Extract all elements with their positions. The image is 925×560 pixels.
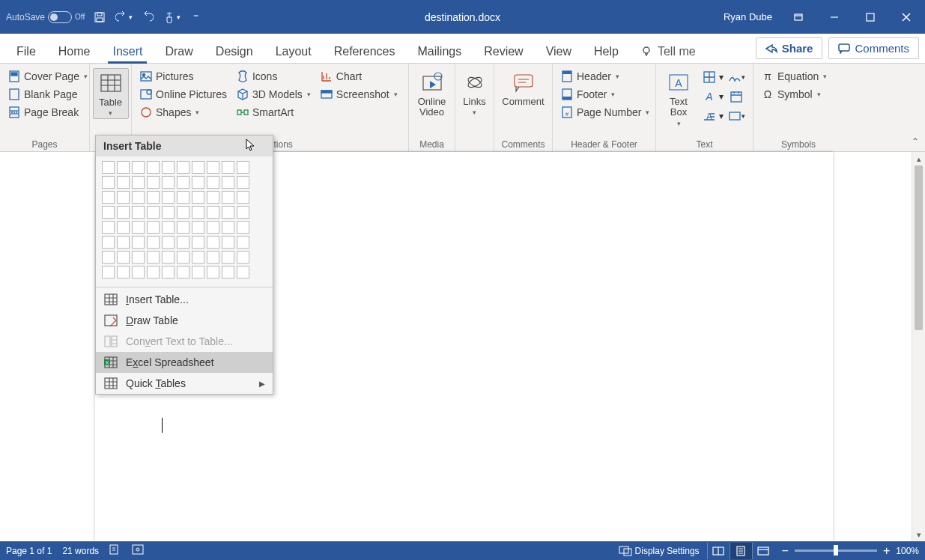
tab-mailings[interactable]: Mailings (407, 40, 473, 63)
read-mode-button[interactable] (707, 543, 730, 559)
zoom-level[interactable]: 100% (896, 546, 919, 556)
page-number-button[interactable]: #Page Number▾ (557, 104, 652, 121)
shapes-button[interactable]: Shapes▾ (136, 104, 230, 121)
convert-text-icon (103, 335, 118, 348)
group-label-symbols: Symbols (758, 138, 839, 151)
ribbon-display-button[interactable] (783, 6, 814, 28)
scroll-up-icon[interactable]: ▴ (912, 152, 925, 165)
footer-icon (560, 88, 574, 101)
scroll-down-icon[interactable]: ▾ (912, 528, 925, 541)
autosave-toggle[interactable]: AutoSave Off (6, 11, 85, 23)
drop-cap-button[interactable]: A (700, 107, 719, 125)
equation-button[interactable]: πEquation▾ (758, 68, 830, 85)
svg-rect-50 (110, 545, 118, 554)
table-dropdown: Insert Table Insert Table... Draw Table … (95, 135, 273, 395)
tab-design[interactable]: Design (205, 40, 264, 63)
online-video-button[interactable]: OnlineVideo (414, 68, 450, 120)
cover-page-button[interactable]: Cover Page▾ (4, 68, 91, 85)
svg-rect-43 (105, 315, 117, 326)
close-button[interactable] (891, 6, 922, 28)
table-button[interactable]: Table ▾ (93, 68, 129, 119)
tab-insert[interactable]: Insert (102, 40, 153, 63)
document-title: destination.docx (425, 11, 500, 23)
word-count[interactable]: 21 words (62, 546, 99, 556)
svg-point-5 (643, 47, 649, 53)
svg-rect-38 (731, 92, 741, 102)
object-button[interactable]: ▾ (727, 107, 746, 125)
menu-insert-table[interactable]: Insert Table... (96, 289, 273, 310)
links-button[interactable]: Links ▾ (460, 68, 489, 118)
comments-label: Comments (855, 42, 909, 55)
equation-icon: π (761, 70, 774, 83)
zoom-slider[interactable] (795, 550, 877, 552)
svg-rect-30 (562, 97, 571, 100)
header-button[interactable]: Header▾ (557, 68, 652, 85)
redo-button[interactable] (139, 8, 157, 26)
tab-references[interactable]: References (324, 40, 406, 63)
icons-button[interactable]: Icons (233, 68, 314, 85)
chart-button[interactable]: Chart (317, 68, 401, 85)
minimize-button[interactable] (819, 6, 850, 28)
maximize-button[interactable] (855, 6, 886, 28)
3d-models-icon (236, 88, 249, 101)
menu-excel-spreadsheet[interactable]: X Excel Spreadsheet (96, 352, 273, 373)
tab-file[interactable]: File (6, 40, 46, 63)
collapse-ribbon-button[interactable]: ⌃ (912, 136, 919, 147)
tab-home[interactable]: Home (48, 40, 101, 63)
footer-button[interactable]: Footer▾ (557, 86, 652, 103)
text-box-icon: A (666, 70, 691, 95)
tab-view[interactable]: View (536, 40, 582, 63)
undo-button[interactable]: ▾ (115, 8, 133, 26)
blank-page-button[interactable]: Blank Page (4, 86, 91, 103)
web-layout-button[interactable] (752, 543, 774, 559)
symbol-icon: Ω (761, 88, 774, 101)
date-time-button[interactable] (727, 88, 746, 106)
save-icon[interactable] (91, 8, 109, 26)
share-label: Share (782, 42, 813, 55)
user-name[interactable]: Ryan Dube (724, 11, 772, 22)
tell-me-search[interactable]: Tell me (631, 40, 706, 63)
share-button[interactable]: Share (756, 37, 823, 59)
zoom-in-button[interactable]: + (883, 544, 890, 558)
display-settings-button[interactable]: Display Settings (619, 546, 700, 556)
symbol-button[interactable]: ΩSymbol▾ (758, 86, 830, 103)
screenshot-button[interactable]: Screenshot▾ (317, 86, 401, 103)
pictures-button[interactable]: Pictures (136, 68, 230, 85)
svg-rect-13 (141, 72, 151, 81)
text-box-button[interactable]: A TextBox▾ (661, 68, 697, 129)
tab-layout[interactable]: Layout (265, 40, 322, 63)
table-grid-picker[interactable] (96, 156, 273, 285)
tab-help[interactable]: Help (583, 40, 629, 63)
print-layout-button[interactable] (730, 543, 752, 559)
zoom-out-button[interactable]: − (782, 544, 789, 558)
wordart-button[interactable]: A (700, 88, 719, 106)
svg-text:Ω: Ω (764, 88, 771, 100)
3d-models-button[interactable]: 3D Models▾ (233, 86, 314, 103)
comments-button[interactable]: Comments (828, 37, 919, 59)
svg-rect-26 (515, 75, 533, 87)
tab-review[interactable]: Review (473, 40, 533, 63)
group-label-pages: Pages (4, 138, 85, 151)
tab-draw[interactable]: Draw (154, 40, 203, 63)
menu-quick-tables[interactable]: Quick Tables ▶ (96, 373, 273, 394)
macro-icon (132, 544, 144, 555)
scrollbar-thumb[interactable] (915, 165, 923, 330)
screenshot-icon (320, 88, 333, 101)
menu-draw-table[interactable]: Draw Table (96, 310, 273, 331)
lightbulb-icon (641, 46, 653, 58)
macro-button[interactable] (132, 544, 144, 557)
signature-line-button[interactable]: ▾ (727, 68, 746, 86)
qat-customize-button[interactable]: ⁼ (186, 8, 204, 26)
touch-mode-button[interactable]: ▾ (163, 8, 181, 26)
page-break-button[interactable]: Page Break (4, 104, 91, 121)
dropdown-title: Insert Table (96, 136, 273, 156)
chart-icon (320, 70, 333, 83)
autosave-state: Off (75, 13, 85, 21)
vertical-scrollbar[interactable]: ▴ ▾ (912, 152, 925, 541)
smartart-button[interactable]: SmartArt (233, 104, 314, 121)
page-indicator[interactable]: Page 1 of 1 (6, 546, 52, 556)
comment-button[interactable]: Comment (506, 68, 542, 109)
online-pictures-button[interactable]: Online Pictures (136, 86, 230, 103)
spellcheck-button[interactable] (109, 544, 121, 557)
quick-parts-button[interactable] (700, 68, 719, 86)
